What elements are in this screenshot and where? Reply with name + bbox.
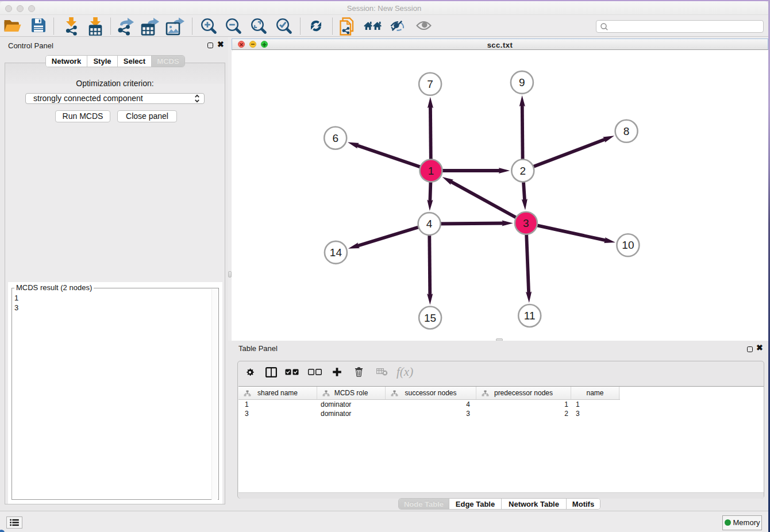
svg-text:15: 15 [424,312,436,324]
svg-text:2: 2 [520,165,526,177]
svg-text:7: 7 [427,78,433,90]
svg-text:8: 8 [623,125,630,137]
svg-text:9: 9 [519,76,525,88]
svg-text:6: 6 [332,132,338,144]
svg-text:11: 11 [524,310,536,322]
svg-text:4: 4 [426,218,433,230]
svg-text:1: 1 [428,165,434,177]
svg-text:10: 10 [622,239,634,251]
svg-text:3: 3 [523,217,529,229]
svg-text:14: 14 [330,246,342,259]
